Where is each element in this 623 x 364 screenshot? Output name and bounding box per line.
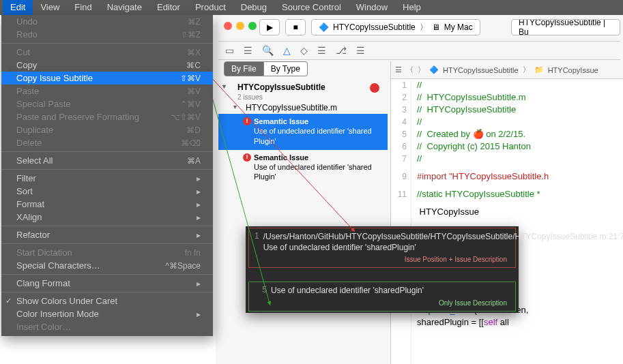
issue-item[interactable]: ! Semantic Issue Use of undeclared ident… <box>218 150 388 186</box>
file-row[interactable]: HTYCopyIssueSubtitle.m <box>218 102 388 114</box>
minimize-window-button[interactable] <box>236 22 244 30</box>
test-icon[interactable]: ◇ <box>300 45 308 56</box>
panel-red-section: 1/Users/Hanton/GitHub/HTYCopyIssueSubtit… <box>248 228 516 268</box>
separator <box>1 151 213 152</box>
menu-find[interactable]: Find <box>67 0 99 15</box>
shortcut: ⌃⌘V <box>180 100 201 109</box>
device-icon: 🖥 <box>432 22 440 32</box>
menu-product[interactable]: Product <box>188 0 233 15</box>
chevron-right-icon: ▸ <box>197 200 201 209</box>
menu-paste-preserve[interactable]: Paste and Preserve Formatting⌥⇧⌘V <box>1 110 213 123</box>
chevron-right-icon: 〉 <box>523 65 530 75</box>
issue-count: 2 issues <box>237 93 263 101</box>
shortcut: ⌘V <box>187 87 201 96</box>
label: Paste <box>16 86 39 96</box>
menu-insert-color[interactable]: Insert Color… <box>1 320 213 333</box>
jump-bar[interactable]: ☰ 〈 〉 🔷 HTYCopyIssueSubtitle 〉 📁 HTYCopy… <box>390 61 623 79</box>
code-editor[interactable]: 123 456 79 11 2021 // // HTYCopyIssueSub… <box>390 79 623 364</box>
chevron-right-icon: ▸ <box>197 279 201 288</box>
label: Paste and Preserve Formatting <box>16 112 139 122</box>
code-content[interactable]: // // HTYCopyIssueSubtitle.m // HTYCopyI… <box>411 79 549 364</box>
menu-window[interactable]: Window <box>349 0 395 15</box>
breakpoint-icon[interactable]: ⎇ <box>336 45 347 56</box>
separator <box>1 226 213 226</box>
run-button[interactable]: ▶ <box>259 19 280 35</box>
menu-redo[interactable]: Redo⇧⌘Z <box>1 28 213 41</box>
label: Copy <box>16 60 37 70</box>
zoom-window-button[interactable] <box>248 22 257 30</box>
separator <box>1 243 213 244</box>
shortcut: ⌘C <box>186 61 201 70</box>
shortcut: fn fn <box>185 248 201 258</box>
forward-button[interactable]: 〉 <box>418 65 425 75</box>
close-window-button[interactable] <box>224 22 232 30</box>
panel-green-section: 5Use of undeclared identifier 'sharedPlu… <box>248 282 516 311</box>
navigator-selector: ▭ ☰ 🔍 △ ◇ ☰ ⎇ ☰ <box>218 41 620 60</box>
chevron-right-icon: ▸ <box>197 230 201 240</box>
search-icon[interactable]: 🔍 <box>262 45 274 56</box>
shortcut: ⌘D <box>186 125 201 135</box>
menu-undo[interactable]: Undo⌘Z <box>1 15 213 28</box>
tab-by-file[interactable]: By File <box>224 61 264 76</box>
scheme-selector[interactable]: 🔷 HTYCopyIssueSubtitle 〉 🖥 My Mac <box>311 19 480 35</box>
menu-color-insertion[interactable]: Color Insertion Mode▸ <box>1 307 213 320</box>
menu-refactor[interactable]: Refactor▸ <box>1 228 213 241</box>
menu-special-paste[interactable]: Special Paste⌃⌘V <box>1 97 213 110</box>
label: Clang Format <box>16 278 70 288</box>
file-name: HTYCopyIssueSubtitle.m <box>246 103 337 112</box>
label: Format <box>16 199 44 209</box>
menu-select-all[interactable]: Select All⌘A <box>1 154 213 167</box>
separator <box>1 274 213 275</box>
menu-special-characters[interactable]: Special Characters…^⌘Space <box>1 259 213 272</box>
separator <box>1 169 213 170</box>
menu-view[interactable]: View <box>33 0 67 15</box>
menu-debug[interactable]: Debug <box>233 0 274 15</box>
menu-clang-format[interactable]: Clang Format▸ <box>1 277 213 290</box>
panel-label-red: Issue Position + Issue Description <box>250 254 514 266</box>
shortcut: ⌥⇧⌘V <box>171 112 201 122</box>
chevron-right-icon: 〉 <box>420 22 428 33</box>
panel-text-short: Use of undeclared identifier 'sharedPlug… <box>271 285 510 296</box>
label: Start Dictation <box>16 247 72 258</box>
menu-navigate[interactable]: Navigate <box>100 0 149 15</box>
menu-editor[interactable]: Editor <box>149 0 188 15</box>
stop-button[interactable]: ■ <box>285 19 306 35</box>
menu-cut[interactable]: Cut⌘X <box>1 46 213 59</box>
label: Special Paste <box>16 99 71 109</box>
menu-source-control[interactable]: Source Control <box>274 0 349 15</box>
menu-show-colors[interactable]: Show Colors Under Caret <box>1 294 213 307</box>
activity-viewer: HTYCopyIssueSubtitle | Bu <box>511 19 620 35</box>
symbol-icon[interactable]: ☰ <box>244 45 252 56</box>
issue-item-selected[interactable]: ! Semantic Issue Use of undeclared ident… <box>218 114 388 150</box>
issue-icon[interactable]: △ <box>283 45 291 56</box>
panel-text-full: /Users/Hanton/GitHub/HTYCopyIssueSubtitl… <box>263 231 623 253</box>
shortcut: ⌘X <box>187 48 201 57</box>
menu-format[interactable]: Format▸ <box>1 198 213 211</box>
chevron-right-icon: ▸ <box>197 174 201 183</box>
error-icon: ! <box>243 117 251 125</box>
project-header[interactable]: HTYCopyIssueSubtitle 2 issues <box>218 80 388 102</box>
menu-copy-issue-subtitle[interactable]: Copy Issue Subtitle⇧⌘V <box>1 72 213 85</box>
report-icon[interactable]: ☰ <box>356 45 365 56</box>
menu-xalign[interactable]: XAlign▸ <box>1 211 213 224</box>
breadcrumb-folder[interactable]: HTYCopyIssue <box>548 66 598 74</box>
menu-paste[interactable]: Paste⌘V <box>1 85 213 97</box>
breadcrumb-project[interactable]: HTYCopyIssueSubtitle <box>443 66 519 74</box>
menu-duplicate[interactable]: Duplicate⌘D <box>1 123 213 136</box>
related-icon[interactable]: ☰ <box>395 65 402 74</box>
menu-start-dictation[interactable]: Start Dictationfn fn <box>1 246 213 259</box>
panel-line-number: 5 <box>255 285 271 294</box>
back-button[interactable]: 〈 <box>406 65 414 75</box>
scheme-device: My Mac <box>444 22 473 32</box>
shortcut: ⇧⌘Z <box>181 30 201 40</box>
menu-delete[interactable]: Delete⌘⌫ <box>1 136 213 149</box>
menu-edit[interactable]: Edit <box>3 0 33 15</box>
menu-help[interactable]: Help <box>395 0 429 15</box>
menu-filter[interactable]: Filter▸ <box>1 172 213 185</box>
tab-by-type[interactable]: By Type <box>264 61 308 76</box>
debug-icon[interactable]: ☰ <box>317 45 326 56</box>
panel-line-number: 1 <box>255 231 263 241</box>
menu-sort[interactable]: Sort▸ <box>1 185 213 198</box>
folder-icon[interactable]: ▭ <box>225 45 234 56</box>
menu-copy[interactable]: Copy⌘C <box>1 59 213 72</box>
